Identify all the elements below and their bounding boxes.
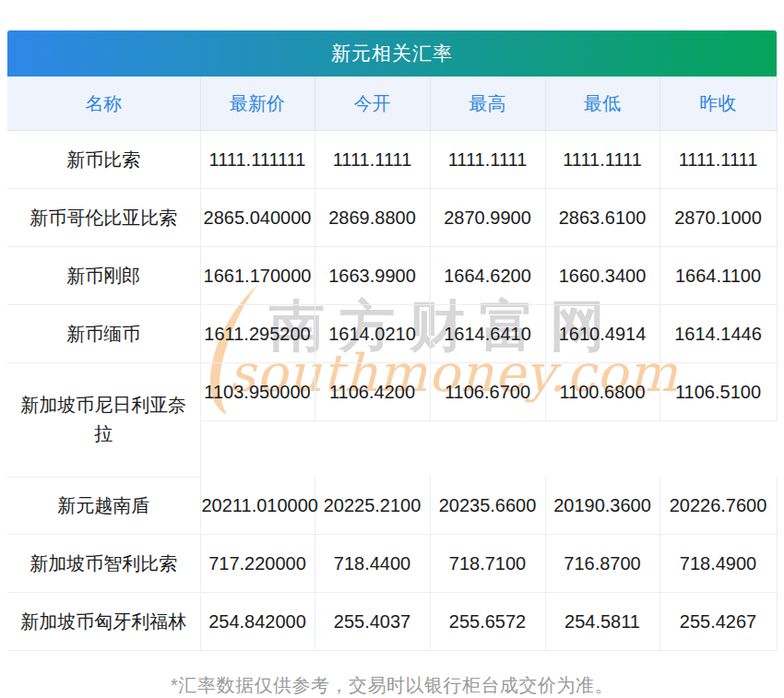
rate-cell: 20226.7600 (659, 477, 777, 535)
rate-cell: 20190.3600 (545, 477, 659, 535)
rate-cell: 2865.040000 (200, 189, 315, 247)
rate-cell: 1100.6800 (545, 363, 659, 421)
currency-name-cell: 新币刚郎 (7, 247, 200, 305)
rate-cell: 1111.111111 (200, 131, 315, 189)
table-row: 新币哥伦比亚比索 2865.040000 2869.8800 2870.9900… (7, 189, 777, 247)
rate-cell: 1106.6700 (430, 363, 545, 421)
rate-cell: 20225.2100 (315, 477, 430, 535)
rate-cell: 1111.1111 (430, 131, 545, 189)
rate-cell: 255.4267 (659, 593, 777, 651)
rate-cell: 1664.1100 (659, 247, 777, 305)
rate-cell: 20211.010000 (200, 477, 315, 535)
rate-cell: 1614.6410 (430, 305, 545, 363)
column-header-name: 名称 (7, 77, 200, 131)
disclaimer-note: *汇率数据仅供参考，交易时以银行柜台成交价为准。 (7, 651, 777, 698)
currency-name-cell: 新币缅币 (7, 305, 200, 363)
rate-cell: 1661.170000 (200, 247, 315, 305)
table-row: 新元越南盾 20211.010000 20225.2100 20235.6600… (7, 477, 777, 535)
column-header-latest: 最新价 (200, 77, 315, 131)
rate-cell: 1111.1111 (659, 131, 777, 189)
rate-cell: 2863.6100 (545, 189, 659, 247)
table-row: 新币缅币 1611.295200 1614.0210 1614.6410 161… (7, 305, 777, 363)
rate-cell: 1614.1446 (659, 305, 777, 363)
currency-name-cell: 新币哥伦比亚比索 (7, 189, 200, 247)
rate-cell: 254.5811 (545, 593, 659, 651)
currency-name-cell: 新加坡币尼日利亚奈拉 (7, 363, 200, 478)
rate-cell: 1610.4914 (545, 305, 659, 363)
rate-cell: 2870.9900 (430, 189, 545, 247)
rate-cell: 1111.1111 (315, 131, 430, 189)
column-header-open: 今开 (315, 77, 430, 131)
rates-table: 名称 最新价 今开 最高 最低 昨收 新币比索 1111.111111 1111… (7, 77, 778, 651)
header-row: 名称 最新价 今开 最高 最低 昨收 (7, 77, 777, 131)
rate-cell: 1106.5100 (659, 363, 777, 421)
table-row: 新加坡币尼日利亚奈拉 1103.950000 1106.4200 1106.67… (7, 363, 777, 421)
currency-name-cell: 新元越南盾 (7, 477, 200, 535)
table-row: 新加坡币智利比索 717.220000 718.4400 718.7100 71… (7, 535, 777, 593)
rate-cell: 1664.6200 (430, 247, 545, 305)
table-row: 新币刚郎 1661.170000 1663.9900 1664.6200 166… (7, 247, 777, 305)
rate-cell: 1103.950000 (200, 363, 315, 421)
rate-cell: 255.4037 (315, 593, 430, 651)
rate-cell: 2870.1000 (659, 189, 777, 247)
rate-cell: 717.220000 (200, 535, 315, 593)
empty-cell (200, 421, 777, 478)
rates-page: 新元相关汇率 南方财富网 southmoney.com 名称 最新价 今开 最高… (0, 0, 784, 698)
rate-cell: 20235.6600 (430, 477, 545, 535)
column-header-high: 最高 (430, 77, 545, 131)
currency-name-cell: 新币比索 (7, 131, 200, 189)
page-title: 新元相关汇率 (7, 30, 777, 77)
rate-cell: 254.842000 (200, 593, 315, 651)
currency-name-cell: 新加坡币智利比索 (7, 535, 200, 593)
rate-cell: 1663.9900 (315, 247, 430, 305)
table-row: 新加坡币匈牙利福林 254.842000 255.4037 255.6572 2… (7, 593, 777, 651)
rate-cell: 1660.3400 (545, 247, 659, 305)
rate-cell: 1611.295200 (200, 305, 315, 363)
rate-cell: 2869.8800 (315, 189, 430, 247)
column-header-prev-close: 昨收 (659, 77, 777, 131)
rate-cell: 718.4400 (315, 535, 430, 593)
rate-cell: 1614.0210 (315, 305, 430, 363)
currency-name-cell: 新加坡币匈牙利福林 (7, 593, 200, 651)
rate-cell: 1106.4200 (315, 363, 430, 421)
rate-cell: 1111.1111 (545, 131, 659, 189)
rate-cell: 718.7100 (430, 535, 545, 593)
rate-cell: 255.6572 (430, 593, 545, 651)
rate-cell: 716.8700 (545, 535, 659, 593)
rate-cell: 718.4900 (659, 535, 777, 593)
table-row: 新币比索 1111.111111 1111.1111 1111.1111 111… (7, 131, 777, 189)
column-header-low: 最低 (545, 77, 659, 131)
